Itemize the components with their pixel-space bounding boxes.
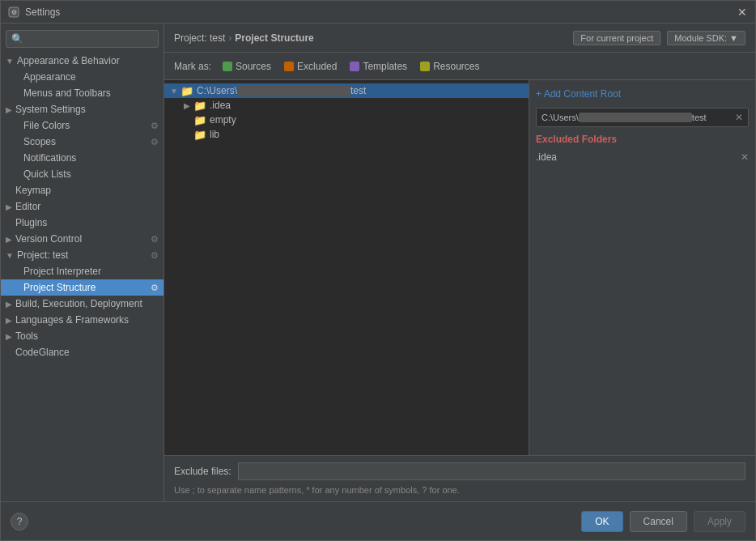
tree-expand-arrow: ▶ <box>181 101 193 110</box>
sidebar-group-header-system-settings[interactable]: ▶ System Settings <box>1 101 164 117</box>
sidebar-group-header-plugins[interactable]: ▶ Plugins <box>1 215 164 231</box>
sidebar-group-editor: ▶ Editor <box>1 198 164 215</box>
content-root-path: C:\Users\ test <box>542 113 732 122</box>
footer: ? OK Cancel Apply <box>1 501 755 540</box>
bottom-section: Exclude files: Use ; to separate name pa… <box>164 455 755 501</box>
sidebar-group-header-editor[interactable]: ▶ Editor <box>1 198 164 215</box>
sidebar-group-label: Languages & Frameworks <box>15 314 129 326</box>
excluded-item-remove-button[interactable]: ✕ <box>741 151 749 163</box>
settings-window: ⚙ Settings ✕ 🔍 ▼ Appearance & Behavior A… <box>0 0 756 541</box>
mark-as-bar: Mark as: Sources Excluded Templates Reso… <box>164 53 755 80</box>
sidebar-item-scopes[interactable]: Scopes ⚙ <box>1 134 164 150</box>
gear-icon: ⚙ <box>151 250 159 261</box>
right-panel: + Add Content Root C:\Users\ test ✕ Excl… <box>529 80 755 455</box>
sidebar-group-label: Plugins <box>15 217 47 228</box>
apply-button[interactable]: Apply <box>694 511 745 532</box>
mark-templates-button[interactable]: Templates <box>345 59 412 74</box>
tree-item-label: empty <box>210 114 525 126</box>
sidebar-group-header-appearance-behavior[interactable]: ▼ Appearance & Behavior <box>1 53 164 69</box>
sidebar-group-label: Version Control <box>15 233 82 245</box>
sources-label: Sources <box>236 61 271 72</box>
mark-sources-button[interactable]: Sources <box>218 59 276 74</box>
ok-button[interactable]: OK <box>581 511 622 532</box>
sidebar-group-version-control: ▶ Version Control ⚙ <box>1 231 164 247</box>
sidebar-item-notifications[interactable]: Notifications <box>1 150 164 166</box>
mark-resources-button[interactable]: Resources <box>415 59 484 74</box>
exclude-files-input[interactable] <box>238 462 745 480</box>
sidebar-group-label: Editor <box>15 201 40 212</box>
content-root-close-button[interactable]: ✕ <box>735 112 743 123</box>
sidebar-group-header-tools[interactable]: ▶ Tools <box>1 328 164 344</box>
sidebar-group-languages-frameworks: ▶ Languages & Frameworks <box>1 312 164 328</box>
sidebar-item-project-structure[interactable]: Project Structure ⚙ <box>1 279 164 296</box>
sidebar-group-label: CodeGlance <box>15 347 70 358</box>
sidebar-item-project-interpreter[interactable]: Project Interpreter <box>1 263 164 279</box>
tree-root-item[interactable]: ▼ 📁 C:\Users\ test <box>164 83 529 98</box>
tree-item-lib[interactable]: ▶ 📁 lib <box>164 127 529 142</box>
add-content-root-button[interactable]: + Add Content Root <box>536 87 749 101</box>
tree-item-empty[interactable]: ▶ 📁 empty <box>164 113 529 127</box>
sidebar-group-header-keymap[interactable]: ▶ Keymap <box>1 182 164 198</box>
search-box[interactable]: 🔍 <box>6 30 159 48</box>
templates-label: Templates <box>363 61 407 72</box>
expand-arrow: ▶ <box>6 105 12 114</box>
title-bar: ⚙ Settings ✕ <box>1 1 755 23</box>
sidebar-group-header-version-control[interactable]: ▶ Version Control ⚙ <box>1 231 164 247</box>
sidebar-group-label: System Settings <box>15 104 86 115</box>
close-button[interactable]: ✕ <box>736 6 749 19</box>
search-input[interactable] <box>27 33 153 45</box>
file-tree: ▼ 📁 C:\Users\ test ▶ 📁 .idea <box>164 80 529 455</box>
expand-arrow: ▶ <box>6 332 12 341</box>
sidebar-group-build-exec-deploy: ▶ Build, Execution, Deployment <box>1 296 164 312</box>
sidebar-group-label: Keymap <box>15 185 51 196</box>
sidebar-group-header-codeglance[interactable]: ▶ CodeGlance <box>1 344 164 360</box>
masked-path <box>237 85 350 96</box>
tree-expand-arrow: ▼ <box>168 87 181 96</box>
sidebar-group-appearance-behavior: ▼ Appearance & Behavior Appearance Menus… <box>1 53 164 101</box>
sidebar-group-project-test: ▼ Project: test ⚙ Project Interpreter Pr… <box>1 247 164 296</box>
sidebar-group-label: Project: test <box>17 249 68 261</box>
main-content: Project: test › Project Structure For cu… <box>164 23 755 501</box>
exclude-files-label: Exclude files: <box>174 466 231 477</box>
svg-text:⚙: ⚙ <box>11 9 17 16</box>
folder-icon: 📁 <box>193 114 206 126</box>
excluded-item-idea: .idea ✕ <box>536 150 749 164</box>
sidebar-group-label: Tools <box>15 330 38 342</box>
mark-excluded-button[interactable]: Excluded <box>279 59 342 74</box>
for-current-project-button[interactable]: For current project <box>573 31 660 45</box>
sidebar-group-header-project-test[interactable]: ▼ Project: test ⚙ <box>1 247 164 263</box>
content-area: 🔍 ▼ Appearance & Behavior Appearance Men… <box>1 23 755 501</box>
resources-label: Resources <box>433 61 479 72</box>
help-button[interactable]: ? <box>11 513 28 530</box>
excluded-item-name: .idea <box>536 151 557 163</box>
breadcrumb-separator: › <box>228 32 231 44</box>
tree-item-idea[interactable]: ▶ 📁 .idea <box>164 98 529 113</box>
module-sdk-button[interactable]: Module SDK: ▼ <box>667 31 745 45</box>
breadcrumb-current: Project Structure <box>235 32 313 44</box>
app-icon: ⚙ <box>7 6 20 19</box>
expand-arrow: ▼ <box>6 57 14 66</box>
excluded-folders-label: Excluded Folders <box>536 134 749 145</box>
sidebar-item-file-colors[interactable]: File Colors ⚙ <box>1 117 164 134</box>
sidebar-group-system-settings: ▶ System Settings File Colors ⚙ Scopes ⚙… <box>1 101 164 182</box>
templates-dot <box>350 62 359 71</box>
sidebar-item-menus-toolbars[interactable]: Menus and Toolbars <box>1 85 164 101</box>
sidebar-item-label: Appearance <box>23 71 76 83</box>
sidebar-item-quick-lists[interactable]: Quick Lists <box>1 166 164 182</box>
sidebar-group-header-languages-frameworks[interactable]: ▶ Languages & Frameworks <box>1 312 164 328</box>
sidebar-item-label: File Colors <box>23 120 70 131</box>
cancel-button[interactable]: Cancel <box>630 511 687 532</box>
gear-icon: ⚙ <box>151 137 159 147</box>
sidebar-item-label: Project Structure <box>23 282 96 293</box>
sidebar-item-label: Menus and Toolbars <box>23 87 111 99</box>
search-icon: 🔍 <box>11 33 23 45</box>
sidebar-group-header-build-exec-deploy[interactable]: ▶ Build, Execution, Deployment <box>1 296 164 312</box>
sidebar-item-appearance[interactable]: Appearance <box>1 69 164 85</box>
main-header: Project: test › Project Structure For cu… <box>164 23 755 53</box>
sources-dot <box>223 62 232 71</box>
folder-icon: 📁 <box>181 85 193 96</box>
window-title: Settings <box>25 6 736 18</box>
sidebar-group-keymap: ▶ Keymap <box>1 182 164 198</box>
sidebar-group-plugins: ▶ Plugins <box>1 215 164 231</box>
sidebar-item-label: Scopes <box>23 136 56 147</box>
